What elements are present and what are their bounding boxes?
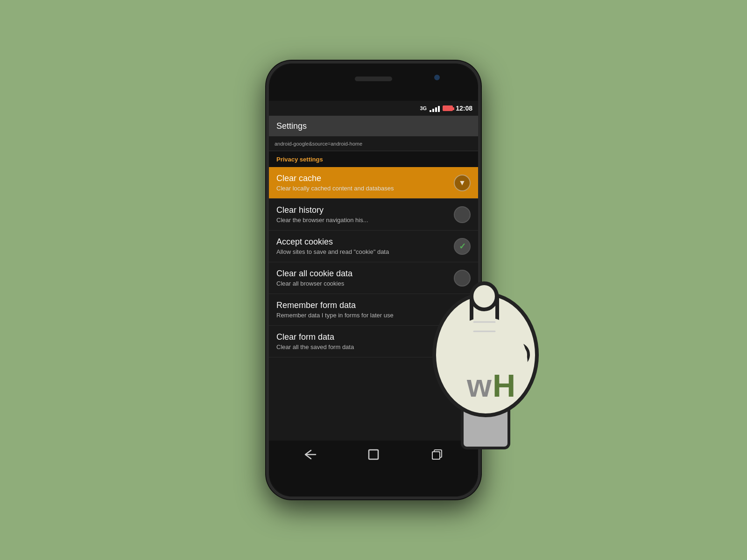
phone-speaker — [355, 77, 392, 81]
clear-cache-control[interactable]: ▼ — [454, 175, 471, 191]
back-arrow-icon — [303, 449, 317, 460]
url-bar: android-google&source=android-home — [269, 136, 478, 151]
signal-bar-1 — [430, 110, 431, 112]
settings-item-accept-cookies[interactable]: Accept cookies Allow sites to save and r… — [269, 231, 478, 262]
network-indicator: 3G — [420, 105, 427, 111]
settings-item-title-clear-cache: Clear cache — [276, 174, 450, 183]
settings-item-clear-history[interactable]: Clear history Clear the browser navigati… — [269, 199, 478, 231]
home-button[interactable] — [362, 445, 385, 464]
signal-bar-4 — [438, 106, 440, 112]
accept-cookies-control[interactable]: ✓ — [454, 238, 471, 255]
signal-bars — [430, 105, 440, 112]
phone-top-bezel — [269, 63, 478, 101]
svg-rect-0 — [369, 450, 378, 459]
dropdown-arrow-icon: ▼ — [458, 179, 466, 187]
hand-cursor-illustration: w H — [402, 261, 579, 457]
phone-bottom-bezel — [269, 469, 478, 497]
phone-wrapper: 3G 12:08 Settings — [261, 56, 486, 504]
status-time: 12:08 — [456, 105, 472, 112]
status-bar: 3G 12:08 — [269, 101, 478, 116]
svg-text:w: w — [466, 368, 492, 403]
clear-history-control[interactable] — [454, 206, 471, 223]
settings-item-subtitle-accept-cookies: Allow sites to save and read "cookie" da… — [276, 248, 450, 255]
status-icons: 3G 12:08 — [420, 105, 473, 112]
url-text: android-google&source=android-home — [275, 141, 362, 147]
page-background: 3G 12:08 Settings — [0, 0, 747, 560]
settings-item-content-clear-cache: Clear cache Clear locally cached content… — [276, 174, 454, 192]
dropdown-button[interactable]: ▼ — [454, 175, 471, 191]
svg-point-7 — [472, 283, 497, 309]
settings-item-subtitle-clear-cache: Clear locally cached content and databas… — [276, 185, 450, 192]
settings-item-content-clear-history: Clear history Clear the browser navigati… — [276, 205, 454, 224]
section-header: Privacy settings — [269, 151, 478, 167]
settings-item-title-accept-cookies: Accept cookies — [276, 237, 450, 247]
settings-item-content-accept-cookies: Accept cookies Allow sites to save and r… — [276, 237, 454, 255]
settings-item-clear-cache[interactable]: Clear cache Clear locally cached content… — [269, 167, 478, 199]
settings-item-subtitle-clear-history: Clear the browser navigation his... — [276, 217, 450, 224]
toggle-circle-clear-history[interactable] — [454, 206, 471, 223]
signal-bar-3 — [435, 107, 437, 112]
home-icon — [367, 448, 380, 461]
phone-camera — [433, 74, 441, 81]
svg-text:H: H — [493, 368, 514, 403]
signal-bar-2 — [432, 109, 434, 112]
battery-icon — [443, 105, 453, 111]
app-bar: Settings — [269, 116, 478, 136]
settings-item-title-clear-history: Clear history — [276, 205, 450, 215]
back-button[interactable] — [298, 445, 322, 464]
app-bar-title: Settings — [276, 121, 307, 131]
toggle-circle-accept-cookies[interactable]: ✓ — [454, 238, 471, 255]
checkmark-icon: ✓ — [459, 241, 466, 252]
section-header-text: Privacy settings — [276, 156, 323, 163]
